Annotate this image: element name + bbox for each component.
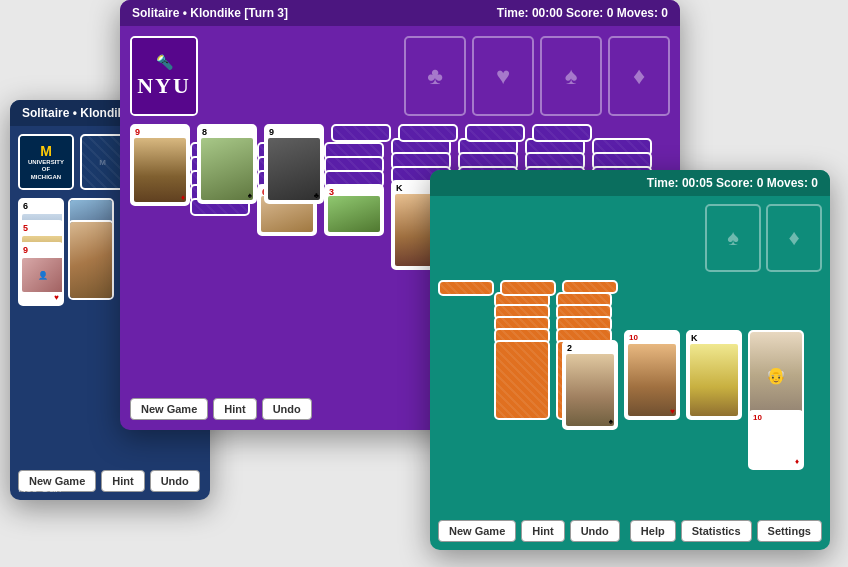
teal-col-5: K [686,280,744,512]
teal-col-1 [438,280,496,512]
purple-stats: Time: 00:00 Score: 0 Moves: 0 [497,6,668,20]
purple-col3-card1[interactable]: 9 ♣ [264,124,324,204]
purple-foundation-clubs[interactable]: ♣ [404,36,466,116]
purple-logo-deck[interactable]: 🔦 NYU [130,36,198,116]
purple-undo-btn[interactable]: Undo [262,398,312,420]
teal-foundation-row: ♠ ♦ [438,204,822,272]
navy-col1: 6 ♠ ♠ 👤 5 ♦ ♦ 👤 9 [18,198,64,338]
purple-title: Solitaire • Klondike [Turn 3] [132,6,288,20]
purple-col1-card1[interactable]: 9 ♦ [130,124,190,206]
teal-bottom-bar: New Game Hint Undo Help Statistics Setti… [438,512,822,542]
navy-hint-btn[interactable]: Hint [101,470,144,492]
purple-left-buttons: New Game Hint Undo [130,398,312,420]
teal-col6-10[interactable]: 10 ♦ [748,410,804,470]
teal-orange2-back1 [500,280,556,296]
teal-col6-person[interactable]: 👴 [748,330,804,420]
purple-foundation: ♣ ♥ ♠ ♦ [404,36,670,116]
purple-new-game-btn[interactable]: New Game [130,398,208,420]
teal-col-6: 👴 10 ♦ [748,280,806,512]
teal-window: Time: 00:05 Score: 0 Moves: 0 ♠ ♦ [430,170,830,550]
nyu-torch-icon: 🔦 [156,54,173,71]
user-name: Nce Gan [18,482,61,494]
teal-undo-btn[interactable]: Undo [570,520,620,542]
teal-diamonds-icon: ♦ [788,225,799,251]
purple-foundation-spades[interactable]: ♠ [540,36,602,116]
teal-col-2 [500,280,558,512]
purple-col2-card1[interactable]: 8 ♠ [197,124,257,204]
navy-photo-card2[interactable] [68,220,114,300]
purple-empty-slot [210,36,260,116]
teal-title-bar: Time: 00:05 Score: 0 Moves: 0 [430,170,830,196]
purple-foundation-diamonds[interactable]: ♦ [608,36,670,116]
teal-foundation-spades[interactable]: ♠ [705,204,761,272]
teal-col3-2spades[interactable]: 2 ♠ [562,340,618,430]
purple-col-1: 9 ♦ [130,124,192,386]
purple-top-row: 🔦 NYU ♣ ♥ ♠ ♦ [130,36,670,116]
teal-col-3: 2 ♠ [562,280,620,512]
teal-foundation-diamonds[interactable]: ♦ [766,204,822,272]
teal-hint-btn[interactable]: Hint [521,520,564,542]
clubs-suit-icon: ♣ [427,62,443,90]
purple-col6-back1 [465,124,525,142]
diamonds-suit-icon: ♦ [633,62,645,90]
teal-left-buttons: New Game Hint Undo [438,520,620,542]
teal-spades-icon: ♠ [727,225,739,251]
purple-title-bar: Solitaire • Klondike [Turn 3] Time: 00:0… [120,0,680,26]
teal-help-btn[interactable]: Help [630,520,676,542]
teal-col5-king[interactable]: K [686,330,742,420]
teal-stats: Time: 00:05 Score: 0 Moves: 0 [647,176,818,190]
teal-orange-back1 [438,280,494,296]
spades-suit-icon: ♠ [565,62,578,90]
purple-col-4: K [331,124,393,386]
teal-new-game-btn[interactable]: New Game [438,520,516,542]
purple-col-2: 8 ♠ 6 [197,124,259,386]
hearts-suit-icon: ♥ [496,62,510,90]
purple-col5-back1 [398,124,458,142]
navy-logo-card[interactable]: M UNIVERSITYOFMICHIGAN [18,134,74,190]
navy-card-9[interactable]: 9 ♥ ♥ 👤 [18,242,64,306]
teal-right-buttons: Help Statistics Settings [630,520,822,542]
purple-foundation-hearts[interactable]: ♥ [472,36,534,116]
teal-game-area: ♠ ♦ [430,196,830,550]
navy-undo-btn[interactable]: Undo [150,470,200,492]
purple-col7-back1 [532,124,592,142]
purple-col4-back1 [331,124,391,142]
teal-settings-btn[interactable]: Settings [757,520,822,542]
teal-statistics-btn[interactable]: Statistics [681,520,752,542]
navy-col2 [68,198,114,338]
teal-col3-back1 [562,280,618,294]
purple-col-3: 9 ♣ 3 [264,124,326,386]
teal-col4-10[interactable]: 10 ♥ [624,330,680,420]
nyu-text: NYU [137,73,191,99]
purple-hint-btn[interactable]: Hint [213,398,256,420]
teal-col-4: 10 ♥ [624,280,682,512]
teal-columns: 2 ♠ 10 ♥ [438,280,822,512]
